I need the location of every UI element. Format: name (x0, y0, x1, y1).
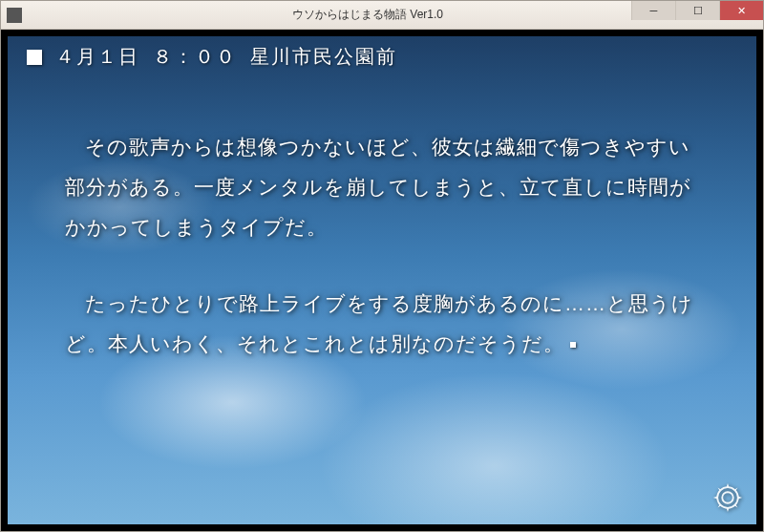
text-cursor-icon (570, 342, 576, 348)
svg-point-1 (717, 487, 738, 508)
status-marker-icon (27, 50, 42, 65)
titlebar[interactable]: ウソからはじまる物語 Ver1.0 ─ ☐ ✕ (1, 1, 763, 30)
maximize-button[interactable]: ☐ (675, 1, 719, 20)
narrative-paragraph-2: たったひとりで路上ライブをする度胸があるのに……と思うけど。本人いわく、それとこ… (65, 284, 709, 364)
narrative-paragraph-2-text: たったひとりで路上ライブをする度胸があるのに……と思うけど。本人いわく、それとこ… (65, 292, 693, 354)
svg-point-0 (722, 492, 733, 503)
status-bar: ４月１日 ８：００ 星川市民公園前 (27, 44, 397, 70)
game-viewport[interactable]: ４月１日 ８：００ 星川市民公園前 その歌声からは想像つかないほど、彼女は繊細で… (8, 36, 756, 524)
minimize-button[interactable]: ─ (631, 1, 675, 20)
window-frame: ウソからはじまる物語 Ver1.0 ─ ☐ ✕ ４月１日 ８：００ 星川市民公園… (0, 0, 764, 532)
status-time: ８：００ (153, 44, 237, 70)
window-controls: ─ ☐ ✕ (631, 1, 763, 20)
narrative-paragraph-1: その歌声からは想像つかないほど、彼女は繊細で傷つきやすい部分がある。一度メンタル… (65, 127, 709, 247)
narrative-text[interactable]: その歌声からは想像つかないほど、彼女は繊細で傷つきやすい部分がある。一度メンタル… (65, 127, 709, 400)
close-button[interactable]: ✕ (719, 1, 763, 20)
client-area: ４月１日 ８：００ 星川市民公園前 その歌声からは想像つかないほど、彼女は繊細で… (1, 30, 763, 531)
status-location: 星川市民公園前 (250, 44, 397, 70)
status-date: ４月１日 (55, 44, 139, 70)
gear-icon (711, 480, 745, 515)
settings-button[interactable] (711, 480, 745, 515)
